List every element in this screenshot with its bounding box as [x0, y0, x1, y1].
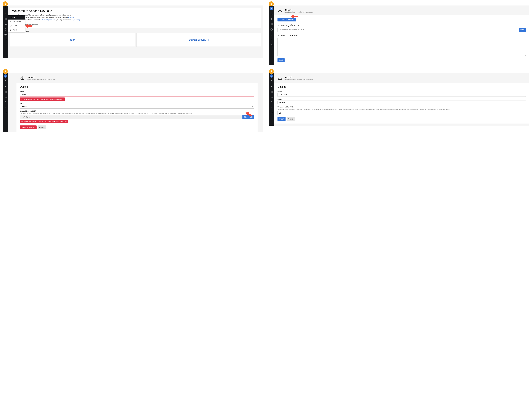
folder-label: Folder: [278, 98, 526, 100]
uid-description: The unique identifier (UID) of a dashboa…: [20, 113, 254, 114]
config-icon[interactable]: [4, 106, 7, 109]
svg-point-10: [5, 34, 6, 35]
svg-marker-42: [5, 97, 6, 97]
alert-icon[interactable]: [4, 101, 7, 104]
welcome-title: Welcome to Apache DevLake: [12, 9, 259, 13]
svg-rect-25: [271, 24, 271, 25]
svg-line-51: [272, 82, 272, 82]
grafana-logo-icon[interactable]: ⎈: [270, 7, 273, 10]
svg-marker-28: [271, 29, 272, 30]
step-badge-1: 1: [3, 1, 8, 6]
dashboards-icon[interactable]: [270, 23, 273, 26]
pointer-arrow-icon: [291, 14, 298, 19]
step-badge-3: 3: [3, 69, 8, 74]
svg-rect-37: [5, 91, 5, 92]
svg-line-34: [6, 82, 6, 82]
domain-schema-link[interactable]: domain layer schema: [42, 19, 56, 21]
plus-icon[interactable]: [270, 17, 273, 21]
config-icon[interactable]: [270, 106, 273, 109]
name-error-alert: A dashboard or a folder with the same na…: [20, 98, 65, 101]
search-icon[interactable]: [4, 7, 7, 10]
import-button[interactable]: Import: [278, 117, 286, 121]
overview-card[interactable]: Engineering Overview: [137, 33, 262, 47]
svg-rect-4: [5, 18, 5, 19]
svg-marker-9: [5, 24, 6, 25]
svg-marker-32: [291, 15, 298, 18]
uid-description: The unique identifier (UID) of a dashboa…: [278, 108, 526, 110]
grafana-logo-icon[interactable]: ⎈: [4, 74, 7, 78]
grafana-sidebar: ⎈: [269, 73, 274, 126]
grafana-logo-icon[interactable]: ⎈: [270, 74, 273, 78]
alert-icon[interactable]: [270, 101, 273, 104]
svg-point-8: [5, 23, 6, 25]
create-folder-item[interactable]: Folder: [8, 24, 25, 28]
admin-icon[interactable]: [270, 44, 273, 47]
section-engineering-leads[interactable]: ▾For Engineering Leads: [10, 30, 261, 32]
plus-icon[interactable]: [4, 12, 7, 15]
name-label: Name: [278, 91, 526, 92]
svg-rect-26: [272, 24, 272, 25]
uid-label: Unique identifier (UID): [278, 106, 526, 108]
alert-icon[interactable]: [4, 28, 7, 31]
search-icon[interactable]: [270, 12, 273, 15]
svg-rect-6: [5, 19, 5, 20]
name-input[interactable]: [20, 93, 254, 97]
page-subtitle: Import dashboard from file or Grafana.co…: [284, 11, 313, 13]
name-input[interactable]: [278, 93, 526, 97]
plus-icon[interactable]: [4, 85, 7, 88]
svg-point-60: [271, 107, 272, 108]
admin-icon[interactable]: [4, 111, 7, 114]
schema-link[interactable]: schema: [68, 17, 74, 18]
via-grafana-title: Import via grafana.com: [278, 24, 526, 27]
engineering-link[interactable]: engineering: [72, 19, 80, 21]
options-title: Options: [20, 85, 254, 88]
import-overwrite-button[interactable]: Import (Overwrite): [20, 125, 37, 129]
svg-marker-59: [271, 97, 272, 97]
svg-line-1: [6, 9, 6, 9]
cancel-button[interactable]: Cancel: [287, 117, 295, 121]
import-header: Import Import dashboard from file or Gra…: [16, 73, 258, 83]
explore-icon[interactable]: [4, 23, 7, 26]
folder-label: Folder: [20, 103, 254, 104]
dora-card[interactable]: DORA: [10, 33, 135, 47]
panel-json-textarea[interactable]: [278, 38, 526, 56]
svg-rect-13: [10, 22, 11, 22]
plus-icon[interactable]: [270, 85, 273, 88]
svg-rect-23: [271, 23, 271, 24]
folder-select[interactable]: [20, 105, 254, 108]
grafana-sidebar: [3, 6, 8, 58]
dashboards-icon[interactable]: [4, 17, 7, 21]
explore-icon[interactable]: [270, 28, 273, 31]
svg-rect-11: [10, 21, 11, 22]
explore-icon[interactable]: [4, 95, 7, 99]
create-import-item[interactable]: Import: [8, 28, 25, 32]
grafana-sidebar: ⎈: [3, 73, 8, 132]
search-icon[interactable]: [4, 80, 7, 83]
config-icon[interactable]: [270, 38, 273, 42]
page-title: Import: [27, 76, 55, 79]
explore-icon[interactable]: [270, 95, 273, 99]
load-json-button[interactable]: Load: [278, 58, 285, 62]
cancel-button[interactable]: Cancel: [38, 125, 46, 129]
svg-rect-14: [11, 22, 11, 22]
grafana-url-input[interactable]: [278, 28, 519, 32]
import-header: Import Import dashboard from file or Gra…: [274, 73, 529, 83]
admin-icon[interactable]: [4, 38, 7, 42]
load-url-button[interactable]: Load: [519, 28, 526, 32]
svg-rect-12: [11, 21, 11, 22]
dashboards-icon[interactable]: [270, 90, 273, 93]
step-badge-2: 2: [269, 1, 274, 6]
search-icon[interactable]: [270, 80, 273, 83]
uid-error-alert: Dashboard named 'DORA' in folder 'Genera…: [20, 120, 68, 123]
svg-point-19: [271, 13, 272, 14]
name-label: Name: [20, 91, 254, 92]
alert-icon[interactable]: [270, 33, 273, 36]
svg-rect-5: [6, 18, 6, 19]
config-icon[interactable]: [4, 33, 7, 36]
uid-input[interactable]: [278, 111, 526, 115]
folder-select[interactable]: [278, 101, 526, 104]
create-dashboard-item[interactable]: Dashboard: [8, 20, 25, 24]
svg-marker-18: [25, 24, 32, 28]
dashboards-icon[interactable]: [4, 90, 7, 93]
admin-icon[interactable]: [270, 111, 273, 114]
